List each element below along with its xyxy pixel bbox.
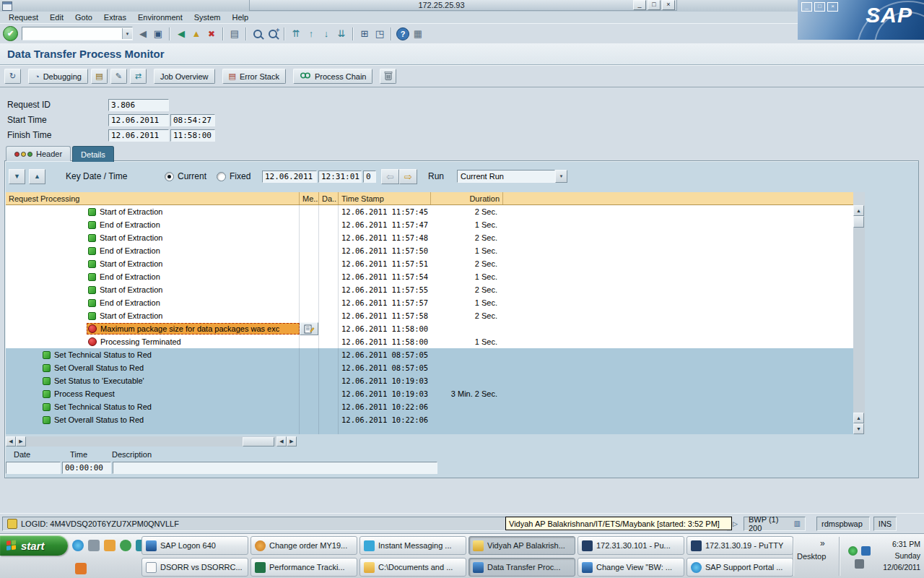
finish-time-field[interactable]: 11:58:00 — [170, 129, 215, 142]
scroll-up-icon[interactable]: ▲ — [853, 205, 864, 216]
expand-all-button[interactable]: ▲ — [29, 169, 45, 184]
back-icon[interactable]: ◀ — [175, 27, 188, 40]
menu-item-request[interactable]: Request — [3, 12, 44, 22]
run-select[interactable]: Current Run ▼ — [457, 170, 567, 183]
key-offset-input[interactable]: 0 — [363, 171, 376, 183]
tray-icon-2[interactable] — [861, 546, 871, 556]
table-row[interactable]: Set Technical Status to Red12.06.2011 10… — [6, 400, 853, 413]
quick-launch-icon-1[interactable] — [72, 540, 84, 551]
finish-date-field[interactable]: 12.06.2011 — [108, 129, 169, 142]
help-icon[interactable]: ? — [396, 27, 409, 40]
menu-item-help[interactable]: Help — [226, 12, 254, 22]
current-radio[interactable] — [165, 172, 174, 181]
quick-launch-icon-3[interactable] — [104, 540, 116, 551]
collapse-all-button[interactable]: ▼ — [9, 169, 25, 184]
taskbar-button[interactable]: Data Transfer Proc... — [468, 558, 575, 577]
tray-icon-1[interactable] — [848, 546, 858, 556]
taskbar-button[interactable]: SAP Support Portal ... — [687, 558, 793, 577]
table-row[interactable]: Set Overall Status to Red12.06.2011 08:5… — [6, 361, 853, 374]
job-overview-button[interactable]: Job Overview — [154, 69, 215, 84]
start-button[interactable]: start — [0, 535, 68, 556]
menu-item-extras[interactable]: Extras — [98, 12, 132, 22]
taskbar-button[interactable]: Change View "BW: ... — [578, 558, 684, 577]
menu-item-environment[interactable]: Environment — [132, 12, 188, 22]
page-down-icon[interactable]: ↓ — [320, 27, 333, 40]
exit-icon[interactable]: ▲ — [190, 27, 203, 40]
refresh-button[interactable]: ↻ — [4, 69, 21, 84]
command-input[interactable]: ▼ — [22, 27, 133, 40]
taskbar-button[interactable]: C:\Documents and ... — [359, 558, 466, 577]
request-id-field[interactable]: 3.806 — [108, 99, 169, 111]
table-row[interactable]: Start of Extraction12.06.2011 11:57:512 … — [6, 257, 853, 270]
collapse-command-icon[interactable]: ◀ — [136, 27, 149, 40]
restore-button[interactable]: □ — [648, 0, 661, 10]
key-date-input[interactable]: 12.06.2011 — [262, 171, 317, 183]
first-page-icon[interactable]: ⇈ — [289, 27, 302, 40]
vertical-scrollbar[interactable]: ▲ ▲ ▼ — [853, 205, 865, 434]
find-icon[interactable] — [251, 27, 264, 40]
cancel-icon[interactable]: ✖ — [205, 27, 218, 40]
taskbar-button[interactable]: DSORR vs DSORRC... — [141, 558, 248, 577]
page-up-icon[interactable]: ↑ — [305, 27, 318, 40]
sap-minimize-icon[interactable]: _ — [801, 2, 812, 12]
taskbar-button[interactable]: 172.31.30.101 - Pu... — [578, 536, 684, 555]
tab-details[interactable]: Details — [72, 146, 114, 162]
host-field[interactable]: rdmspbwap — [816, 517, 870, 531]
start-date-field[interactable]: 12.06.2011 — [108, 114, 169, 126]
scroll-right2-icon[interactable]: ▶ — [287, 436, 297, 447]
quick-launch-icon-4[interactable] — [120, 540, 131, 551]
server-icon[interactable]: ▥ — [794, 519, 801, 527]
table-row[interactable]: Process Request12.06.2011 10:19:033 Min.… — [6, 387, 853, 400]
taskbar-button[interactable]: Change order MY19... — [250, 536, 357, 555]
column-message[interactable]: Me.. — [300, 192, 319, 204]
enter-icon[interactable]: ✔ — [3, 26, 18, 41]
table-row[interactable]: Set Status to 'Executable'12.06.2011 10:… — [6, 374, 853, 387]
vertical-scroll-track[interactable] — [853, 228, 865, 413]
table-row[interactable]: Start of Extraction12.06.2011 11:57:552 … — [6, 283, 853, 296]
taskbar-button[interactable]: SAP Logon 640 — [141, 536, 248, 555]
table-row[interactable]: Start of Extraction12.06.2011 11:57:582 … — [6, 309, 853, 322]
table-row[interactable]: End of Extraction12.06.2011 11:57:471 Se… — [6, 218, 853, 231]
new-session-icon[interactable]: ⊞ — [358, 27, 371, 40]
menu-item-goto[interactable]: Goto — [69, 12, 98, 22]
jump-button[interactable]: ⇄ — [130, 69, 147, 84]
column-duration[interactable]: Duration — [431, 192, 503, 204]
column-time-stamp[interactable]: Time Stamp — [339, 192, 431, 204]
taskbar-button[interactable]: Instant Messaging ... — [359, 536, 466, 555]
error-stack-button[interactable]: ▤ Error Stack — [222, 69, 286, 84]
system-field[interactable]: BWP (1) 200 ▥ — [744, 517, 806, 531]
debugging-button[interactable]: ◔ Debugging — [28, 69, 88, 84]
column-data[interactable]: Da.. — [319, 192, 339, 204]
table-row[interactable]: End of Extraction12.06.2011 11:57:541 Se… — [6, 270, 853, 283]
tab-header[interactable]: Header — [6, 146, 71, 161]
minimize-button[interactable]: _ — [633, 0, 646, 10]
tray-icon-3[interactable] — [855, 559, 864, 569]
scroll-right-icon[interactable]: ▶ — [16, 436, 26, 447]
window-icon[interactable] — [2, 1, 12, 11]
sap-restore-icon[interactable]: □ — [814, 2, 825, 12]
delete-button[interactable] — [380, 69, 396, 84]
table-row[interactable]: End of Extraction12.06.2011 11:57:501 Se… — [6, 244, 853, 257]
customize-layout-icon[interactable]: ▦ — [411, 27, 424, 40]
close-button[interactable]: × — [662, 0, 675, 10]
print-icon[interactable]: ▤ — [228, 27, 241, 40]
menu-item-edit[interactable]: Edit — [44, 12, 69, 22]
find-next-icon[interactable] — [266, 27, 279, 40]
table-row[interactable]: Maximum package size for data packages w… — [6, 322, 853, 335]
save-icon[interactable]: ▣ — [152, 27, 165, 40]
table-row[interactable]: Set Overall Status to Red12.06.2011 10:2… — [6, 413, 853, 426]
footer-description-input[interactable] — [113, 462, 437, 474]
sap-close-icon[interactable]: × — [827, 2, 838, 12]
scroll-left-icon[interactable]: ◀ — [6, 436, 16, 447]
scroll-down-icon[interactable]: ▼ — [853, 423, 864, 434]
previous-run-button[interactable]: ⇦ — [381, 169, 399, 184]
settings-button[interactable]: ✎ — [110, 69, 127, 84]
overflow-chevron[interactable]: » — [820, 538, 825, 548]
last-page-icon[interactable]: ⇊ — [335, 27, 348, 40]
run-dropdown-icon[interactable]: ▼ — [555, 170, 567, 183]
create-shortcut-icon[interactable]: ◳ — [373, 27, 386, 40]
table-row[interactable]: Start of Extraction12.06.2011 11:57:452 … — [6, 205, 853, 218]
taskbar-button[interactable]: Performance Tracki... — [250, 558, 357, 577]
key-time-input[interactable]: 12:31:01 — [318, 171, 362, 183]
insert-mode-field[interactable]: INS — [873, 517, 897, 531]
